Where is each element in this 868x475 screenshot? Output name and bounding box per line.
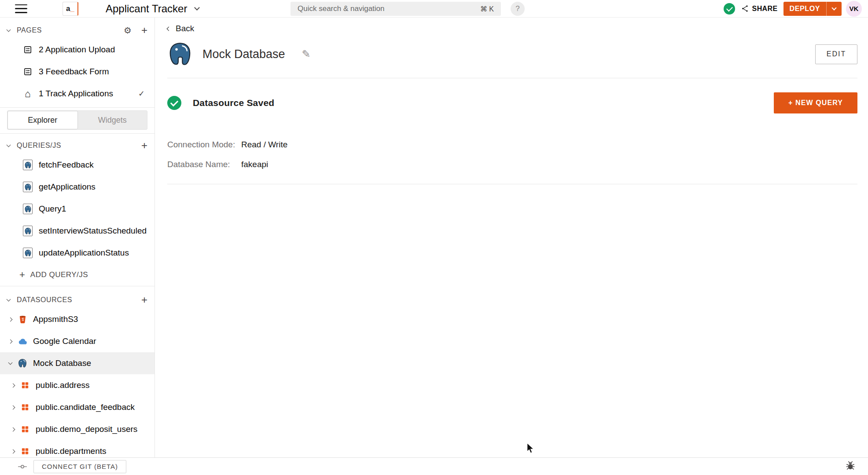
chevron-right-icon[interactable] (11, 427, 15, 431)
help-button[interactable]: ? (511, 2, 525, 16)
top-bar: a_ Applicant Tracker Quick search & navi… (0, 0, 868, 18)
table-icon (20, 425, 30, 434)
table-icon (20, 447, 30, 456)
postgres-query-icon (23, 160, 33, 170)
search-placeholder: Quick search & navigation (298, 4, 385, 13)
chevron-down-icon (7, 142, 11, 147)
search-bar[interactable]: Quick search & navigation ⌘ K (291, 2, 501, 16)
query-item-label: setInterviewStatusScheduled (39, 226, 147, 236)
edit-button[interactable]: EDIT (815, 44, 857, 64)
connection-mode-label: Connection Mode: (167, 140, 237, 150)
chevron-down-icon (7, 297, 11, 301)
add-query-label: ADD QUERY/JS (30, 270, 88, 279)
postgres-query-icon (23, 248, 33, 258)
table-item-label: public.address (36, 380, 90, 390)
page-icon (23, 45, 33, 54)
query-item-updateApplicationStatus[interactable]: updateApplicationStatus (0, 242, 154, 264)
bottom-bar: CONNECT GIT (BETA) (0, 457, 868, 475)
tab-explorer[interactable]: Explorer (7, 111, 78, 129)
chevron-right-icon[interactable] (11, 405, 15, 409)
app-title-menu[interactable]: Applicant Tracker (106, 3, 199, 15)
postgres-query-icon (23, 182, 33, 192)
page-item-label: 2 Application Upload (39, 45, 115, 55)
divider (0, 286, 154, 286)
table-item-public-demo-deposit-users[interactable]: public.demo_deposit_users (0, 418, 154, 440)
page-item-track-applications[interactable]: ⌂ 1 Track Applications ✓ (0, 83, 154, 105)
git-branch-icon (18, 462, 27, 471)
menu-icon-bar (15, 4, 27, 6)
datasources-section-header[interactable]: DATASOURCES + (0, 292, 154, 308)
divider (0, 133, 154, 134)
chevron-left-icon (167, 26, 171, 31)
table-item-public-address[interactable]: public.address (0, 374, 154, 396)
query-item-label: fetchFeedback (39, 160, 94, 170)
connect-git-button[interactable]: CONNECT GIT (BETA) (33, 460, 126, 473)
chevron-right-icon[interactable] (8, 339, 13, 343)
back-label: Back (176, 24, 194, 33)
add-datasource-icon[interactable]: + (141, 294, 147, 306)
datasource-saved-check-icon (167, 96, 181, 110)
pages-section-header[interactable]: PAGES ⚙ + (0, 22, 154, 39)
database-name-value: fakeapi (241, 160, 268, 169)
query-item-getApplications[interactable]: getApplications (0, 176, 154, 198)
queries-section-header[interactable]: QUERIES/JS + (0, 137, 154, 154)
cloud-icon (18, 336, 27, 347)
user-avatar[interactable]: VK (846, 1, 862, 17)
logo-letter: a (66, 4, 70, 13)
datasource-item-google-calendar[interactable]: Google Calendar (0, 330, 154, 352)
menu-icon[interactable] (15, 4, 27, 13)
datasource-item-mock-database[interactable]: Mock Database (0, 352, 154, 374)
chevron-down-icon[interactable] (8, 360, 13, 365)
chevron-right-icon[interactable] (11, 449, 15, 453)
query-item-Query1[interactable]: Query1 (0, 198, 154, 220)
deploy-label: DEPLOY (783, 5, 826, 13)
add-page-icon[interactable]: + (141, 24, 147, 37)
tab-widgets[interactable]: Widgets (78, 111, 147, 129)
rename-pencil-icon[interactable]: ✎ (302, 49, 311, 59)
datasource-detail-panel: Back Mock Database ✎ EDIT Datasource Sav… (155, 18, 868, 457)
query-item-fetchFeedback[interactable]: fetchFeedback (0, 154, 154, 176)
appsmith-logo[interactable]: a_ (63, 2, 78, 16)
add-query-button[interactable]: + ADD QUERY/JS (0, 264, 154, 286)
add-query-icon[interactable]: + (141, 139, 147, 152)
deploy-button[interactable]: DEPLOY (783, 2, 842, 16)
app-title: Applicant Tracker (106, 3, 187, 15)
debug-bug-icon[interactable] (845, 460, 856, 472)
pages-settings-icon[interactable]: ⚙ (124, 26, 132, 35)
page-item-feedback-form[interactable]: 3 Feeedback Form (0, 61, 154, 83)
deploy-menu-chevron[interactable] (827, 8, 842, 10)
app-window: a_ Applicant Tracker Quick search & navi… (0, 0, 868, 475)
table-item-public-candidate-feedback[interactable]: public.candidate_feedback (0, 396, 154, 418)
table-icon (20, 381, 30, 390)
menu-icon-bar (15, 8, 27, 9)
datasource-item-label: Mock Database (33, 358, 91, 368)
query-item-label: updateApplicationStatus (39, 248, 129, 258)
datasources-header-label: DATASOURCES (17, 296, 72, 304)
share-button[interactable]: SHARE (741, 4, 778, 13)
logo-underscore: _ (70, 4, 74, 13)
avatar-initials: VK (850, 5, 859, 12)
datasource-item-label: Google Calendar (33, 336, 96, 346)
divider (0, 107, 154, 108)
postgres-logo (167, 40, 193, 68)
datasource-item-appsmiths3[interactable]: AppsmithS3 (0, 308, 154, 330)
share-label: SHARE (752, 5, 778, 13)
back-link[interactable]: Back (167, 24, 194, 33)
chevron-down-icon (195, 5, 200, 11)
page-item-application-upload[interactable]: 2 Application Upload (0, 39, 154, 61)
new-query-button[interactable]: + NEW QUERY (774, 92, 857, 113)
divider (167, 184, 857, 184)
divider (167, 78, 857, 78)
datasource-title: Mock Database (202, 48, 285, 61)
chevron-right-icon[interactable] (11, 383, 15, 387)
table-item-label: public.candidate_feedback (36, 402, 135, 412)
page-item-label: 3 Feeedback Form (39, 67, 109, 77)
chevron-down-icon (7, 27, 11, 32)
queries-header-label: QUERIES/JS (17, 142, 61, 150)
connection-mode-row: Connection Mode: Read / Write (167, 140, 857, 150)
postgres-query-icon (23, 204, 33, 214)
share-icon (741, 4, 749, 13)
chevron-right-icon[interactable] (8, 317, 13, 322)
query-item-setInterviewStatusScheduled[interactable]: setInterviewStatusScheduled (0, 220, 154, 242)
table-item-public-departments[interactable]: public.departments (0, 440, 154, 457)
